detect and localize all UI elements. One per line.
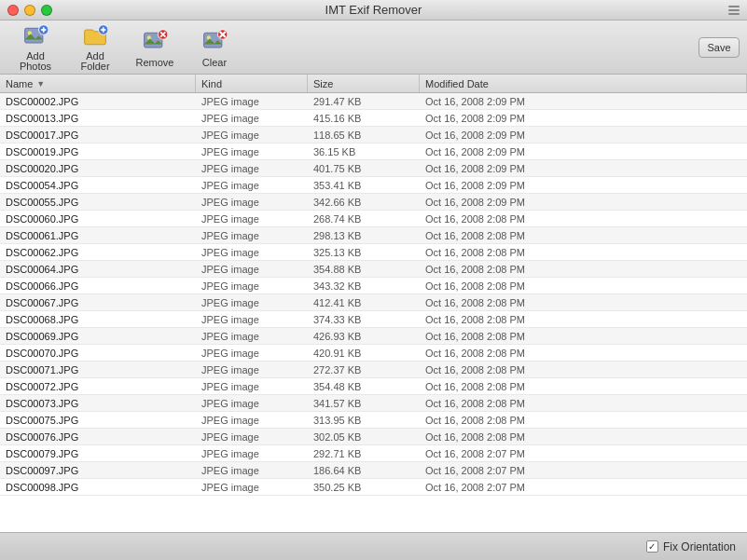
table-row[interactable]: DSC00071.JPGJPEG image272.37 KBOct 16, 2…	[0, 362, 747, 378]
cell-name: DSC00017.JPG	[0, 130, 196, 141]
maximize-button[interactable]	[41, 5, 52, 16]
cell-name: DSC00098.JPG	[0, 482, 196, 493]
cell-date: Oct 16, 2008 2:08 PM	[420, 314, 747, 325]
table-row[interactable]: DSC00066.JPGJPEG image343.32 KBOct 16, 2…	[0, 278, 747, 294]
table-row[interactable]: DSC00068.JPGJPEG image374.33 KBOct 16, 2…	[0, 311, 747, 328]
fix-orientation-checkbox-container[interactable]: ✓ Fix Orientation	[646, 540, 736, 553]
cell-size: 343.32 KB	[308, 280, 420, 292]
minimize-button[interactable]	[24, 5, 35, 16]
table-row[interactable]: DSC00019.JPGJPEG image36.15 KBOct 16, 20…	[0, 143, 747, 160]
cell-kind: JPEG image	[196, 247, 308, 258]
cell-name: DSC00071.JPG	[0, 364, 196, 376]
table-row[interactable]: DSC00062.JPGJPEG image325.13 KBOct 16, 2…	[0, 244, 747, 261]
cell-kind: JPEG image	[196, 213, 308, 225]
cell-size: 350.25 KB	[308, 482, 420, 493]
add-photos-button[interactable]: Add Photos	[7, 23, 63, 72]
table-row[interactable]: DSC00064.JPGJPEG image354.88 KBOct 16, 2…	[0, 261, 747, 278]
cell-name: DSC00075.JPG	[0, 415, 196, 426]
clear-button[interactable]: Clear	[187, 23, 242, 72]
cell-size: 313.95 KB	[308, 415, 420, 426]
cell-name: DSC00097.JPG	[0, 465, 196, 476]
cell-size: 415.16 KB	[308, 113, 420, 124]
table-row[interactable]: DSC00013.JPGJPEG image415.16 KBOct 16, 2…	[0, 110, 747, 127]
cell-size: 354.48 KB	[308, 381, 420, 392]
cell-kind: JPEG image	[196, 297, 308, 308]
cell-name: DSC00019.JPG	[0, 146, 196, 157]
cell-name: DSC00054.JPG	[0, 180, 196, 191]
cell-kind: JPEG image	[196, 146, 308, 157]
table-row[interactable]: DSC00070.JPGJPEG image420.91 KBOct 16, 2…	[0, 345, 747, 362]
cell-size: 325.13 KB	[308, 247, 420, 258]
clear-label: Clear	[202, 58, 227, 68]
cell-name: DSC00013.JPG	[0, 113, 196, 124]
cell-kind: JPEG image	[196, 381, 308, 392]
app-title: IMT Exif Remover	[325, 3, 422, 17]
table-row[interactable]: DSC00069.JPGJPEG image426.93 KBOct 16, 2…	[0, 328, 747, 345]
table-row[interactable]: DSC00079.JPGJPEG image292.71 KBOct 16, 2…	[0, 445, 747, 462]
table-row[interactable]: DSC00073.JPGJPEG image341.57 KBOct 16, 2…	[0, 395, 747, 412]
cell-size: 268.74 KB	[308, 213, 420, 225]
cell-size: 401.75 KB	[308, 163, 420, 174]
cell-date: Oct 16, 2008 2:08 PM	[420, 364, 747, 376]
column-header-kind[interactable]: Kind	[196, 75, 308, 92]
cell-size: 341.57 KB	[308, 398, 420, 409]
cell-name: DSC00072.JPG	[0, 381, 196, 392]
cell-name: DSC00060.JPG	[0, 213, 196, 225]
close-button[interactable]	[7, 5, 19, 16]
cell-name: DSC00020.JPG	[0, 163, 196, 174]
table-row[interactable]: DSC00061.JPGJPEG image298.13 KBOct 16, 2…	[0, 227, 747, 244]
cell-kind: JPEG image	[196, 448, 308, 459]
cell-date: Oct 16, 2008 2:09 PM	[420, 96, 747, 107]
main-area: Name ▼ Kind Size Modified Date DSC00002.…	[0, 75, 747, 532]
cell-name: DSC00068.JPG	[0, 314, 196, 325]
column-header-size[interactable]: Size	[308, 75, 420, 92]
cell-date: Oct 16, 2008 2:07 PM	[420, 465, 747, 476]
bottom-bar: ✓ Fix Orientation	[0, 532, 747, 560]
table-body[interactable]: DSC00002.JPGJPEG image291.47 KBOct 16, 2…	[0, 93, 747, 532]
remove-button[interactable]: Remove	[127, 23, 183, 72]
table-row[interactable]: DSC00055.JPGJPEG image342.66 KBOct 16, 2…	[0, 194, 747, 211]
table-row[interactable]: DSC00098.JPGJPEG image350.25 KBOct 16, 2…	[0, 479, 747, 496]
cell-date: Oct 16, 2008 2:08 PM	[420, 431, 747, 443]
table-row[interactable]: DSC00054.JPGJPEG image353.41 KBOct 16, 2…	[0, 177, 747, 194]
cell-name: DSC00070.JPG	[0, 348, 196, 359]
cell-size: 298.13 KB	[308, 230, 420, 241]
cell-date: Oct 16, 2008 2:08 PM	[420, 331, 747, 342]
window-controls[interactable]	[7, 5, 52, 16]
cell-date: Oct 16, 2008 2:07 PM	[420, 482, 747, 493]
add-folder-button[interactable]: Add Folder	[67, 23, 123, 72]
cell-kind: JPEG image	[196, 482, 308, 493]
cell-kind: JPEG image	[196, 113, 308, 124]
table-row[interactable]: DSC00075.JPGJPEG image313.95 KBOct 16, 2…	[0, 412, 747, 429]
cell-name: DSC00073.JPG	[0, 398, 196, 409]
fix-orientation-label: Fix Orientation	[663, 540, 736, 553]
table-row[interactable]: DSC00076.JPGJPEG image302.05 KBOct 16, 2…	[0, 429, 747, 445]
cell-date: Oct 16, 2008 2:09 PM	[420, 197, 747, 208]
cell-kind: JPEG image	[196, 398, 308, 409]
table-row[interactable]: DSC00002.JPGJPEG image291.47 KBOct 16, 2…	[0, 93, 747, 110]
cell-kind: JPEG image	[196, 314, 308, 325]
table-row[interactable]: DSC00017.JPGJPEG image118.65 KBOct 16, 2…	[0, 127, 747, 143]
column-header-date[interactable]: Modified Date	[420, 75, 747, 92]
cell-kind: JPEG image	[196, 465, 308, 476]
table-row[interactable]: DSC00020.JPGJPEG image401.75 KBOct 16, 2…	[0, 160, 747, 177]
cell-name: DSC00062.JPG	[0, 247, 196, 258]
table-row[interactable]: DSC00060.JPGJPEG image268.74 KBOct 16, 2…	[0, 211, 747, 227]
cell-size: 354.88 KB	[308, 264, 420, 275]
cell-kind: JPEG image	[196, 264, 308, 275]
toolbar: Add Photos Add Folder	[0, 20, 747, 75]
cell-date: Oct 16, 2008 2:08 PM	[420, 264, 747, 275]
column-header-name[interactable]: Name ▼	[0, 75, 196, 92]
add-folder-icon	[80, 23, 110, 49]
cell-date: Oct 16, 2008 2:08 PM	[420, 297, 747, 308]
table-row[interactable]: DSC00067.JPGJPEG image412.41 KBOct 16, 2…	[0, 294, 747, 311]
fix-orientation-checkbox[interactable]: ✓	[646, 540, 658, 553]
cell-name: DSC00064.JPG	[0, 264, 196, 275]
save-button[interactable]: Save	[699, 37, 740, 58]
cell-date: Oct 16, 2008 2:08 PM	[420, 230, 747, 241]
remove-label: Remove	[136, 58, 174, 68]
table-row[interactable]: DSC00072.JPGJPEG image354.48 KBOct 16, 2…	[0, 378, 747, 395]
cell-name: DSC00079.JPG	[0, 448, 196, 459]
cell-size: 272.37 KB	[308, 364, 420, 376]
table-row[interactable]: DSC00097.JPGJPEG image186.64 KBOct 16, 2…	[0, 462, 747, 479]
